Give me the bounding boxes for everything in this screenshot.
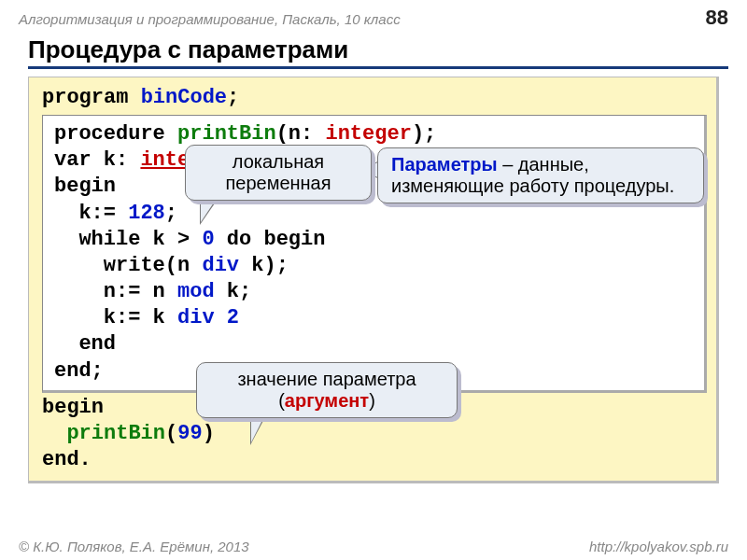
slide-title: Процедура с параметрами [28, 35, 728, 69]
code-line: n:= n mod k; [54, 279, 695, 305]
copyright: © К.Ю. Поляков, Е.А. Ерёмин, 2013 [19, 539, 249, 554]
breadcrumb: Алгоритмизация и программирование, Паска… [19, 11, 401, 27]
callout-local-variable: локальная переменная [185, 145, 372, 201]
code-line: write(n div k); [54, 253, 695, 279]
code-line: end. [42, 447, 707, 473]
slide-header: Алгоритмизация и программирование, Паска… [0, 0, 747, 32]
footer-url: http://kpolyakov.spb.ru [589, 539, 728, 554]
code-line: printBin(99) [42, 421, 707, 447]
code-line: k:= 128; [54, 201, 695, 227]
code-line: procedure printBin(n: integer); [54, 121, 695, 147]
callout-argument: значение параметра (аргумент) [196, 362, 458, 418]
page-number: 88 [706, 6, 728, 30]
callout-parameters: Параметры – данные, изменяющие работу пр… [377, 147, 704, 203]
code-block: program binCode; procedure printBin(n: i… [28, 77, 719, 483]
code-line: program binCode; [42, 85, 707, 111]
callout-tail [251, 416, 264, 442]
callout-tail [201, 200, 216, 222]
slide-footer: © К.Ю. Поляков, Е.А. Ерёмин, 2013 http:/… [19, 539, 728, 554]
code-line: k:= k div 2 [54, 305, 695, 331]
code-line: end [54, 331, 695, 357]
code-line: while k > 0 do begin [54, 227, 695, 253]
